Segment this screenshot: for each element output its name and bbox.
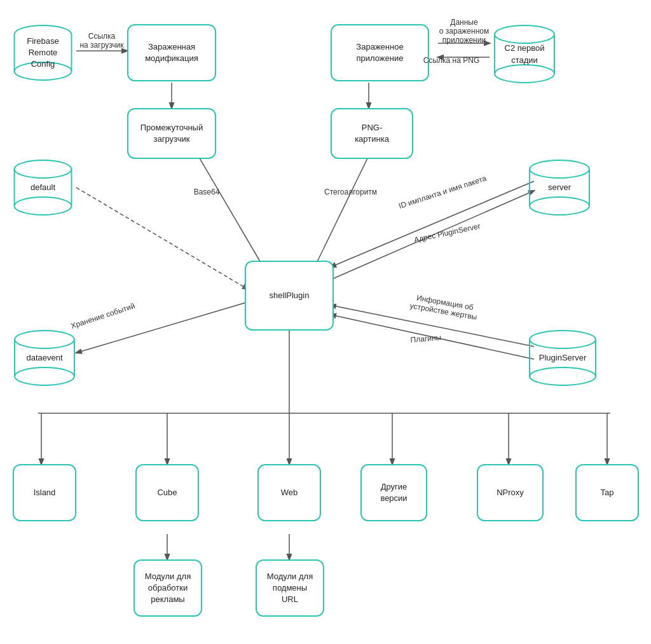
web-node: Web [257,464,321,521]
web-label: Web [281,487,298,498]
svg-point-43 [15,367,74,385]
label-stego: Стегоалгоритм [324,188,375,196]
url-modules-node: Модули для подмены URL [256,559,324,617]
island-node: Island [13,464,76,521]
label-adres-plugin: Адрес PluginServer [400,219,495,247]
ad-modules-label: Модули для обработки рекламы [145,571,191,606]
svg-line-7 [312,156,369,273]
svg-point-31 [15,197,72,215]
svg-line-5 [191,143,267,273]
svg-point-39 [530,197,589,215]
island-label: Island [34,487,56,498]
diagram: Firebase Remote Config Зараженная модифи… [0,0,651,644]
ad-modules-node: Модули для обработки рекламы [134,559,202,617]
png-node: PNG- картинка [331,108,413,159]
dataevent-label: dataevent [26,352,62,364]
dataevent-node: dataevent [13,329,76,387]
label-plaginy: Плагины [394,331,458,346]
svg-line-11 [76,302,248,353]
tap-label: Tap [601,487,614,498]
label-hranenie: Хранение событий [62,299,144,332]
svg-point-28 [15,160,72,178]
other-versions-label: Другие версии [380,481,407,504]
label-base64: Base64 [188,188,226,196]
nproxy-node: NProxy [477,464,544,521]
tap-node: Tap [575,464,639,521]
label-ssylka: Ссылка на загрузчик [76,32,127,50]
firebase-label: Firebase Remote Config [27,36,59,71]
svg-point-36 [530,160,589,178]
label-info-device: Информация об устройстве жертвы [393,289,496,324]
cube-label: Cube [157,487,177,498]
svg-line-6 [76,188,248,289]
shell-plugin-node: shellPlugin [245,261,334,331]
other-versions-node: Другие версии [360,464,427,521]
infected-mod-node: Зараженная модификация [127,24,216,81]
shell-plugin-label: shellPlugin [270,290,310,301]
infected-mod-label: Зараженная модификация [145,41,198,64]
server-label: server [548,182,571,193]
firebase-node: Firebase Remote Config [13,24,73,81]
svg-point-47 [530,367,596,385]
nproxy-label: NProxy [497,487,524,498]
url-modules-label: Модули для подмены URL [267,571,313,606]
cube-node: Cube [135,464,199,521]
svg-point-44 [530,331,596,348]
intermediate-node: Промежуточный загрузчик [127,108,216,159]
plugin-server-node: PluginServer [528,329,598,387]
label-png-ssylka: Ссылка на PNG [416,56,486,65]
default-node: default [13,159,73,216]
label-dannye: Данные о зараженном приложении [432,18,496,45]
server-node: server [528,159,591,216]
infected-app-label: Зараженное приложение [356,41,403,64]
svg-point-40 [15,331,74,348]
svg-point-35 [495,65,554,83]
png-label: PNG- картинка [355,122,389,145]
intermediate-label: Промежуточный загрузчик [140,122,203,145]
svg-point-32 [495,25,554,43]
plugin-server-label: PluginServer [539,352,586,364]
c2-node: C2 первой стадии [493,24,556,85]
c2-label: C2 первой стадии [505,43,545,65]
default-label: default [31,182,55,193]
label-id-implanta: ID импланта и имя пакета [393,172,492,212]
infected-app-node: Зараженное приложение [331,24,429,81]
